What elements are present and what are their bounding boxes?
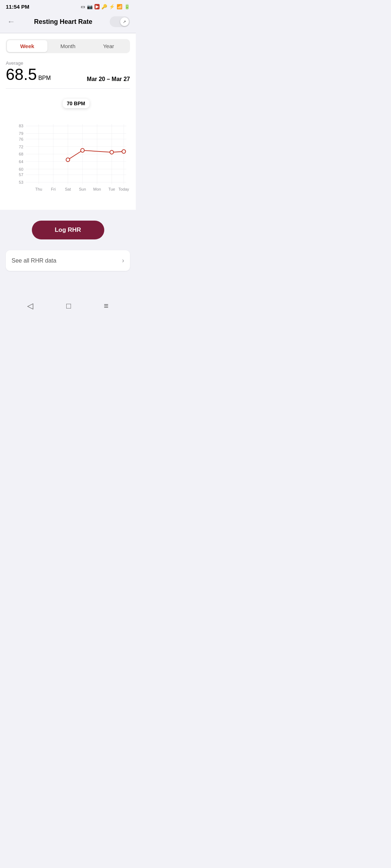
tab-month[interactable]: Month xyxy=(47,40,88,52)
stats-value: 68.5 BPM xyxy=(6,67,51,82)
status-bar: 11:54 PM ▭ 📷 ▶ 🔑 ⚡ 📶 🔋 xyxy=(0,0,136,12)
key-icon: 🔑 xyxy=(101,4,107,9)
nav-menu-button[interactable]: ≡ xyxy=(101,298,112,314)
bottom-nav: ◁ □ ≡ xyxy=(0,293,136,321)
svg-text:Tue: Tue xyxy=(108,187,115,191)
tab-week[interactable]: Week xyxy=(7,40,47,52)
svg-text:Sun: Sun xyxy=(79,187,86,191)
camera-icon: 📷 xyxy=(87,4,93,9)
svg-text:64: 64 xyxy=(19,159,23,164)
page-title: Resting Heart Rate xyxy=(34,18,92,26)
svg-text:79: 79 xyxy=(19,131,23,136)
svg-text:76: 76 xyxy=(19,137,23,141)
main-content: Week Month Year Average 68.5 BPM Mar 20 … xyxy=(0,33,136,210)
svg-text:Today: Today xyxy=(118,187,129,191)
tab-selector: Week Month Year xyxy=(6,39,130,53)
status-time: 11:54 PM xyxy=(6,4,29,10)
svg-text:53: 53 xyxy=(19,180,23,184)
svg-text:Mon: Mon xyxy=(93,187,101,191)
chart-tooltip: 70 BPM xyxy=(63,99,90,108)
chart-line xyxy=(68,150,124,160)
see-all-label: See all RHR data xyxy=(12,258,56,264)
data-point-sat xyxy=(66,158,70,161)
nav-home-button[interactable]: □ xyxy=(63,298,74,314)
svg-text:72: 72 xyxy=(19,144,23,149)
screen-icon: ▭ xyxy=(81,4,85,9)
chevron-right-icon: › xyxy=(122,257,124,264)
date-range: Mar 20 – Mar 27 xyxy=(87,76,130,82)
bluetooth-icon: ⚡ xyxy=(109,4,115,9)
data-point-today xyxy=(122,150,126,153)
bottom-section: Log RHR See all RHR data › xyxy=(0,210,136,278)
svg-text:Fri: Fri xyxy=(51,187,56,191)
svg-text:Thu: Thu xyxy=(35,187,42,191)
nav-back-button[interactable]: ◁ xyxy=(24,298,36,314)
data-point-sun xyxy=(81,149,84,152)
log-rhr-button[interactable]: Log RHR xyxy=(32,221,104,239)
trend-toggle[interactable] xyxy=(110,16,130,27)
record-icon: ▶ xyxy=(94,4,100,9)
toggle-thumb xyxy=(120,17,129,26)
see-all-card[interactable]: See all RHR data › xyxy=(6,250,130,271)
wifi-icon: 📶 xyxy=(117,4,122,9)
chart-container: 70 BPM 83 79 76 72 68 64 60 57 53 xyxy=(6,88,130,204)
bpm-unit: BPM xyxy=(38,75,51,81)
status-icons: ▭ 📷 ▶ 🔑 ⚡ 📶 🔋 xyxy=(81,4,130,9)
header: ← Resting Heart Rate xyxy=(0,12,136,33)
battery-icon: 🔋 xyxy=(124,4,130,9)
back-button[interactable]: ← xyxy=(6,16,17,28)
average-label: Average xyxy=(6,60,51,66)
svg-text:60: 60 xyxy=(19,167,23,171)
bpm-value: 68.5 xyxy=(6,67,37,82)
data-point-tue xyxy=(110,150,114,154)
tab-year[interactable]: Year xyxy=(88,40,129,52)
stats-row: Average 68.5 BPM Mar 20 – Mar 27 xyxy=(6,60,130,82)
stats-left: Average 68.5 BPM xyxy=(6,60,51,82)
svg-text:68: 68 xyxy=(19,152,23,156)
svg-text:Sat: Sat xyxy=(65,187,71,191)
svg-text:57: 57 xyxy=(19,173,23,177)
svg-text:83: 83 xyxy=(19,124,23,128)
